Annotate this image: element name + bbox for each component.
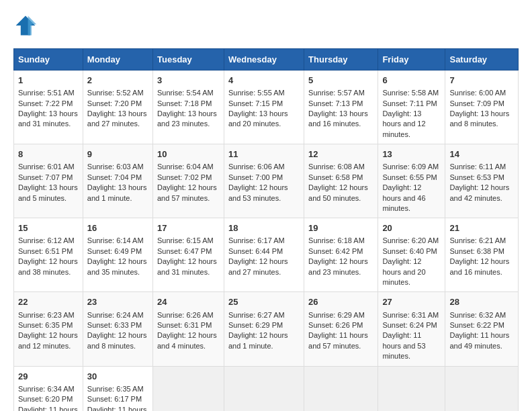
calendar-cell: 5Sunrise: 5:57 AMSunset: 7:13 PMDaylight… bbox=[304, 71, 378, 144]
sunset-text: Sunset: 6:47 PM bbox=[157, 247, 212, 255]
calendar-cell: 3Sunrise: 5:54 AMSunset: 7:18 PMDaylight… bbox=[153, 71, 224, 144]
sunrise-text: Sunrise: 6:08 AM bbox=[308, 163, 365, 171]
week-row-2: 8Sunrise: 6:01 AMSunset: 7:07 PMDaylight… bbox=[14, 144, 519, 218]
daylight-text: Daylight: 12 hours and 50 minutes. bbox=[308, 183, 368, 201]
daylight-text: Daylight: 11 hours and 49 minutes. bbox=[449, 331, 509, 349]
day-number: 14 bbox=[449, 148, 514, 161]
column-header-tuesday: Tuesday bbox=[153, 49, 224, 71]
daylight-text: Daylight: 13 hours and 16 minutes. bbox=[308, 109, 368, 128]
sunrise-text: Sunrise: 6:01 AM bbox=[18, 163, 75, 171]
sunset-text: Sunset: 6:26 PM bbox=[308, 321, 363, 329]
day-number: 13 bbox=[382, 148, 441, 161]
sunset-text: Sunset: 6:20 PM bbox=[18, 395, 73, 403]
calendar-cell: 12Sunrise: 6:08 AMSunset: 6:58 PMDayligh… bbox=[304, 144, 378, 218]
calendar-cell: 16Sunrise: 6:14 AMSunset: 6:49 PMDayligh… bbox=[83, 218, 152, 292]
sunset-text: Sunset: 6:44 PM bbox=[228, 247, 283, 255]
day-number: 12 bbox=[308, 148, 373, 161]
day-number: 27 bbox=[382, 296, 441, 308]
sunrise-text: Sunrise: 6:21 AM bbox=[449, 236, 506, 244]
day-number: 28 bbox=[449, 296, 514, 308]
calendar-cell: 18Sunrise: 6:17 AMSunset: 6:44 PMDayligh… bbox=[224, 218, 304, 292]
day-number: 22 bbox=[18, 296, 79, 308]
calendar-cell: 27Sunrise: 6:31 AMSunset: 6:24 PMDayligh… bbox=[378, 292, 445, 366]
daylight-text: Daylight: 12 hours and 23 minutes. bbox=[308, 257, 368, 275]
day-number: 1 bbox=[18, 75, 79, 87]
day-number: 25 bbox=[228, 296, 300, 308]
daylight-text: Daylight: 13 hours and 12 minutes. bbox=[382, 109, 425, 138]
daylight-text: Daylight: 13 hours and 8 minutes. bbox=[449, 109, 509, 128]
sunset-text: Sunset: 6:17 PM bbox=[87, 395, 142, 403]
daylight-text: Daylight: 12 hours and 57 minutes. bbox=[157, 183, 217, 201]
calendar-cell: 29Sunrise: 6:34 AMSunset: 6:20 PMDayligh… bbox=[14, 366, 83, 411]
sunrise-text: Sunrise: 6:23 AM bbox=[18, 311, 75, 319]
day-number: 5 bbox=[308, 75, 373, 87]
daylight-text: Daylight: 13 hours and 1 minute. bbox=[87, 183, 147, 201]
calendar-cell: 13Sunrise: 6:09 AMSunset: 6:55 PMDayligh… bbox=[378, 144, 445, 218]
daylight-text: Daylight: 12 hours and 4 minutes. bbox=[157, 331, 217, 349]
sunrise-text: Sunrise: 6:15 AM bbox=[157, 236, 214, 244]
calendar-table: SundayMondayTuesdayWednesdayThursdayFrid… bbox=[13, 48, 519, 411]
sunrise-text: Sunrise: 6:34 AM bbox=[18, 385, 75, 393]
calendar-cell bbox=[224, 366, 304, 411]
daylight-text: Daylight: 13 hours and 23 minutes. bbox=[157, 109, 217, 128]
sunset-text: Sunset: 7:13 PM bbox=[308, 99, 363, 107]
sunset-text: Sunset: 7:09 PM bbox=[449, 99, 504, 107]
sunrise-text: Sunrise: 6:06 AM bbox=[228, 163, 285, 171]
sunrise-text: Sunrise: 6:14 AM bbox=[87, 236, 144, 244]
daylight-text: Daylight: 13 hours and 20 minutes. bbox=[228, 109, 288, 128]
sunset-text: Sunset: 7:11 PM bbox=[382, 99, 437, 107]
sunset-text: Sunset: 7:18 PM bbox=[157, 99, 212, 107]
column-header-friday: Friday bbox=[378, 49, 445, 71]
svg-marker-0 bbox=[16, 16, 36, 36]
day-number: 9 bbox=[87, 148, 148, 161]
calendar-cell: 1Sunrise: 5:51 AMSunset: 7:22 PMDaylight… bbox=[14, 71, 83, 144]
day-number: 11 bbox=[228, 148, 300, 161]
sunrise-text: Sunrise: 6:32 AM bbox=[449, 311, 506, 319]
day-number: 15 bbox=[18, 222, 79, 234]
column-header-wednesday: Wednesday bbox=[224, 49, 304, 71]
column-header-sunday: Sunday bbox=[14, 49, 83, 71]
calendar-cell bbox=[445, 366, 519, 411]
day-number: 21 bbox=[449, 222, 514, 234]
sunset-text: Sunset: 6:35 PM bbox=[18, 321, 73, 329]
sunset-text: Sunset: 6:31 PM bbox=[157, 321, 212, 329]
calendar-cell: 25Sunrise: 6:27 AMSunset: 6:29 PMDayligh… bbox=[224, 292, 304, 366]
daylight-text: Daylight: 11 hours and 45 minutes. bbox=[18, 406, 78, 411]
sunrise-text: Sunrise: 5:52 AM bbox=[87, 89, 144, 97]
daylight-text: Daylight: 11 hours and 57 minutes. bbox=[308, 331, 368, 349]
sunrise-text: Sunrise: 6:09 AM bbox=[382, 163, 439, 171]
calendar-cell: 9Sunrise: 6:03 AMSunset: 7:04 PMDaylight… bbox=[83, 144, 152, 218]
week-row-4: 22Sunrise: 6:23 AMSunset: 6:35 PMDayligh… bbox=[14, 292, 519, 366]
day-number: 30 bbox=[87, 371, 148, 383]
daylight-text: Daylight: 12 hours and 27 minutes. bbox=[228, 257, 288, 275]
sunset-text: Sunset: 6:49 PM bbox=[87, 247, 142, 255]
calendar-cell: 22Sunrise: 6:23 AMSunset: 6:35 PMDayligh… bbox=[14, 292, 83, 366]
sunrise-text: Sunrise: 6:00 AM bbox=[449, 89, 506, 97]
day-number: 23 bbox=[87, 296, 148, 308]
column-header-thursday: Thursday bbox=[304, 49, 378, 71]
day-number: 4 bbox=[228, 75, 300, 87]
sunrise-text: Sunrise: 6:11 AM bbox=[449, 163, 506, 171]
day-number: 3 bbox=[157, 75, 220, 87]
day-number: 20 bbox=[382, 222, 441, 234]
week-row-1: 1Sunrise: 5:51 AMSunset: 7:22 PMDaylight… bbox=[14, 71, 519, 144]
sunrise-text: Sunrise: 6:20 AM bbox=[382, 236, 439, 244]
sunset-text: Sunset: 6:29 PM bbox=[228, 321, 283, 329]
day-number: 18 bbox=[228, 222, 300, 234]
sunset-text: Sunset: 7:15 PM bbox=[228, 99, 283, 107]
daylight-text: Daylight: 12 hours and 31 minutes. bbox=[157, 257, 217, 275]
sunrise-text: Sunrise: 6:26 AM bbox=[157, 311, 214, 319]
sunset-text: Sunset: 7:22 PM bbox=[18, 99, 73, 107]
column-header-monday: Monday bbox=[83, 49, 152, 71]
daylight-text: Daylight: 13 hours and 31 minutes. bbox=[18, 109, 78, 128]
calendar-cell: 10Sunrise: 6:04 AMSunset: 7:02 PMDayligh… bbox=[153, 144, 224, 218]
sunrise-text: Sunrise: 6:35 AM bbox=[87, 385, 144, 393]
sunrise-text: Sunrise: 6:18 AM bbox=[308, 236, 365, 244]
daylight-text: Daylight: 12 hours and 46 minutes. bbox=[382, 183, 425, 212]
sunset-text: Sunset: 7:20 PM bbox=[87, 99, 142, 107]
sunrise-text: Sunrise: 5:51 AM bbox=[18, 89, 75, 97]
calendar-cell: 19Sunrise: 6:18 AMSunset: 6:42 PMDayligh… bbox=[304, 218, 378, 292]
sunrise-text: Sunrise: 6:03 AM bbox=[87, 163, 144, 171]
week-row-5: 29Sunrise: 6:34 AMSunset: 6:20 PMDayligh… bbox=[14, 366, 519, 411]
sunset-text: Sunset: 6:53 PM bbox=[449, 173, 504, 181]
